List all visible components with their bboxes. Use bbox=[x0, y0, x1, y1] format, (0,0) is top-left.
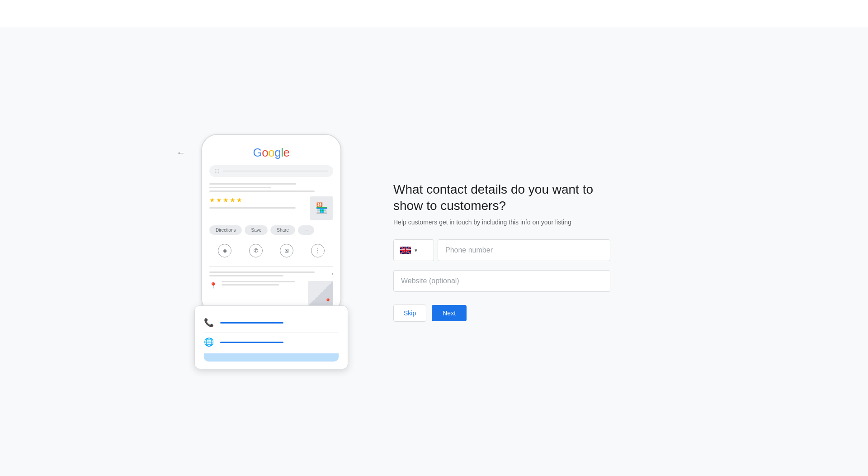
website-input[interactable] bbox=[393, 270, 610, 292]
phone-blue-icon: 📞 bbox=[204, 318, 214, 328]
map-thumbnail: 📍 bbox=[308, 281, 333, 306]
star-3: ★ bbox=[223, 196, 229, 204]
phone-input-row: ▼ bbox=[393, 239, 610, 261]
address-lines bbox=[222, 281, 303, 287]
phone-section: ← Google bbox=[185, 134, 357, 369]
back-arrow-button[interactable]: ← bbox=[176, 148, 185, 158]
directions-icon: ◈ bbox=[218, 244, 231, 257]
addr-line-2 bbox=[222, 284, 279, 286]
chevron-right-icon: › bbox=[331, 271, 333, 277]
form-title: What contact details do you want to show… bbox=[393, 181, 610, 214]
google-logo: Google bbox=[209, 146, 333, 160]
business-info: ★ ★ ★ ★ ★ bbox=[209, 196, 305, 211]
google-o1: o bbox=[262, 146, 268, 159]
addr-line-1 bbox=[222, 281, 295, 282]
website-row: 🌐 bbox=[204, 332, 339, 352]
pill-directions: Directions bbox=[209, 225, 242, 235]
search-icon bbox=[215, 169, 219, 173]
phone-mockup: Google bbox=[201, 134, 341, 314]
mock-search-bar bbox=[209, 165, 333, 177]
rating-line bbox=[209, 207, 296, 209]
star-5: ★ bbox=[236, 196, 242, 204]
phone-screen: Google bbox=[202, 135, 340, 314]
uk-flag-icon bbox=[400, 247, 411, 254]
main-content: ← Google bbox=[0, 27, 868, 476]
share-icon: ⋮ bbox=[311, 244, 325, 257]
search-line bbox=[223, 171, 328, 171]
info-line-1 bbox=[209, 271, 315, 273]
bottom-contact-card: 📞 🌐 bbox=[194, 305, 348, 369]
content-lines bbox=[209, 183, 333, 192]
page-container: ← Google bbox=[185, 134, 683, 369]
phone-line-visual bbox=[220, 322, 283, 324]
save-icon: ⊠ bbox=[280, 244, 293, 257]
content-line-1 bbox=[209, 183, 296, 185]
content-line-3 bbox=[209, 190, 315, 192]
map-row: 📍 📍 bbox=[209, 281, 333, 306]
business-thumbnail: 🏪 bbox=[310, 196, 333, 220]
action-icons-row: ◈ ✆ ⊠ ⋮ bbox=[209, 241, 333, 260]
pill-more: ··· bbox=[298, 225, 314, 235]
star-1: ★ bbox=[209, 196, 215, 204]
google-g2: g bbox=[274, 146, 281, 159]
next-button[interactable]: Next bbox=[432, 305, 467, 321]
info-line-2 bbox=[209, 275, 283, 276]
country-dropdown-arrow: ▼ bbox=[414, 248, 418, 253]
google-e: e bbox=[283, 146, 289, 159]
business-card: ★ ★ ★ ★ ★ 🏪 bbox=[209, 196, 333, 220]
location-pin-icon: 📍 bbox=[209, 282, 217, 289]
pill-save: Save bbox=[245, 225, 268, 235]
form-subtitle: Help customers get in touch by including… bbox=[393, 219, 610, 226]
content-line-2 bbox=[209, 187, 271, 188]
pill-share: Share bbox=[270, 225, 295, 235]
call-icon: ✆ bbox=[249, 244, 263, 257]
stars-row: ★ ★ ★ ★ ★ bbox=[209, 196, 305, 204]
country-selector[interactable]: ▼ bbox=[393, 239, 434, 261]
phone-row: 📞 bbox=[204, 313, 339, 332]
info-section: › bbox=[209, 267, 333, 276]
bottom-bar-indicator bbox=[204, 353, 339, 362]
info-lines bbox=[209, 271, 333, 276]
website-line-visual bbox=[220, 342, 283, 343]
map-pin-overlay-icon: 📍 bbox=[325, 298, 331, 305]
google-o2: o bbox=[268, 146, 274, 159]
google-g: G bbox=[253, 146, 262, 159]
button-row: Skip Next bbox=[393, 305, 610, 322]
globe-blue-icon: 🌐 bbox=[204, 337, 214, 347]
skip-button[interactable]: Skip bbox=[393, 305, 426, 322]
phone-number-input[interactable] bbox=[438, 239, 610, 261]
star-2: ★ bbox=[216, 196, 222, 204]
star-4: ★ bbox=[230, 196, 236, 204]
pill-buttons: Directions Save Share ··· bbox=[209, 225, 333, 235]
building-icon: 🏪 bbox=[316, 202, 328, 214]
form-section: What contact details do you want to show… bbox=[393, 181, 610, 322]
top-bar bbox=[0, 0, 868, 27]
